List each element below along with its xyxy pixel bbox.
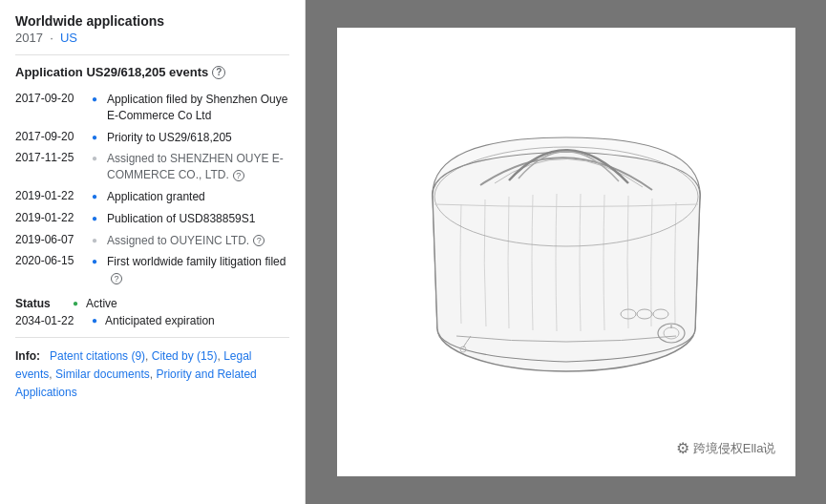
table-row: 2017-09-20●Priority to US29/618,205: [15, 127, 289, 149]
event-text: First worldwide family litigation filed?: [107, 251, 289, 289]
status-label: Status: [15, 297, 65, 310]
event-date: 2020-06-15: [15, 251, 92, 289]
expiry-date: 2034-01-22: [15, 314, 84, 327]
expiry-text: Anticipated expiration: [105, 314, 215, 327]
event-bullet: ●: [92, 208, 107, 230]
watermark-text: 跨境侵权Ella说: [693, 440, 776, 457]
country-link[interactable]: US: [60, 31, 77, 45]
page-title: Worldwide applications: [15, 13, 289, 29]
year-label: 2017: [15, 31, 43, 45]
application-title: Application US29/618,205 events ?: [15, 65, 289, 79]
event-date: 2019-01-22: [15, 186, 92, 208]
application-title-text: Application US29/618,205 events: [15, 65, 208, 79]
status-bullet: ●: [73, 298, 78, 308]
event-date: 2017-09-20: [15, 127, 92, 149]
event-text: Assigned to SHENZHEN OUYE E-COMMERCE CO.…: [107, 148, 289, 186]
event-text: Assigned to OUYEINC LTD.?: [107, 230, 289, 252]
table-row: 2019-06-07●Assigned to OUYEINC LTD.?: [15, 230, 289, 252]
watermark-icon: ⚙: [676, 439, 689, 457]
info-section: Info: Patent citations (9), Cited by (15…: [15, 347, 289, 403]
event-text: Priority to US29/618,205: [107, 127, 289, 149]
table-row: 2017-11-25●Assigned to SHENZHEN OUYE E-C…: [15, 148, 289, 186]
left-panel: Worldwide applications 2017 · US Applica…: [0, 0, 306, 504]
info-link-cited[interactable]: Cited by (15): [152, 349, 218, 363]
info-link-similar[interactable]: Similar documents: [55, 368, 150, 381]
title-section: Worldwide applications 2017 · US: [15, 13, 289, 45]
event-date: 2019-01-22: [15, 208, 92, 230]
table-row: 2019-01-22●Application granted: [15, 186, 289, 208]
event-text: Publication of USD838859S1: [107, 208, 289, 230]
event-bullet: ●: [92, 186, 107, 208]
event-text: Application granted: [107, 186, 289, 208]
event-bullet: ●: [92, 127, 107, 149]
event-bullet: ●: [92, 89, 107, 127]
event-text: Application filed by Shenzhen Ouye E-Com…: [107, 89, 289, 127]
event-date: 2017-09-20: [15, 89, 92, 127]
status-row: Status ● Active: [15, 297, 289, 310]
events-table: 2017-09-20●Application filed by Shenzhen…: [15, 89, 289, 289]
event-date: 2019-06-07: [15, 230, 92, 252]
watermark: ⚙ 跨境侵权Ella说: [676, 439, 776, 457]
table-row: 2020-06-15●First worldwide family litiga…: [15, 251, 289, 289]
right-panel: ⚙ 跨境侵权Ella说: [306, 0, 826, 504]
event-date: 2017-11-25: [15, 148, 92, 186]
expiry-row: 2034-01-22 ● Anticipated expiration: [15, 314, 289, 327]
image-container: ⚙ 跨境侵权Ella说: [337, 28, 795, 476]
table-row: 2019-01-22●Publication of USD838859S1: [15, 208, 289, 230]
info-icon[interactable]: ?: [111, 273, 122, 284]
event-bullet: ●: [92, 148, 107, 186]
divider-2: [15, 337, 289, 338]
info-label: Info:: [15, 349, 40, 363]
title-year: 2017 · US: [15, 31, 289, 45]
table-row: 2017-09-20●Application filed by Shenzhen…: [15, 89, 289, 127]
status-value: Active: [86, 297, 117, 310]
divider-1: [15, 54, 289, 55]
event-bullet: ●: [92, 230, 107, 252]
help-icon[interactable]: ?: [212, 66, 225, 79]
info-icon[interactable]: ?: [233, 170, 244, 181]
expiry-bullet: ●: [92, 315, 97, 326]
info-icon[interactable]: ?: [253, 235, 265, 246]
patent-drawing: [385, 80, 748, 424]
info-link-citations[interactable]: Patent citations (9): [50, 349, 145, 363]
event-bullet: ●: [92, 251, 107, 289]
